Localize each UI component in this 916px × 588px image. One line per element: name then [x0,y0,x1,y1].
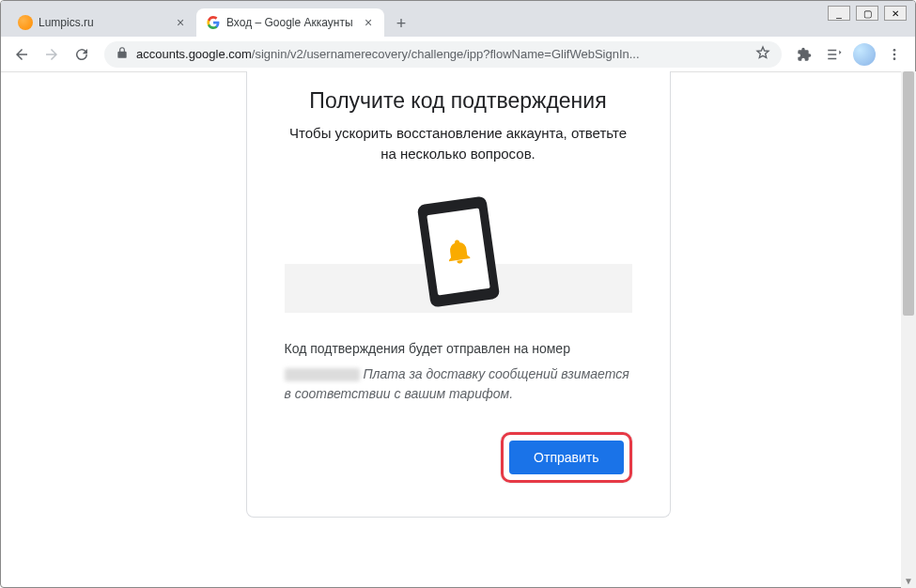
close-icon[interactable]: × [362,16,375,29]
window-maximize-button[interactable]: ▢ [856,6,878,21]
svg-point-1 [893,53,896,55]
page-content: ▲ ▼ Получите код подтверждения Чтобы уск… [0,71,916,588]
tab-title: Lumpics.ru [39,16,168,29]
card-title: Получите код подтверждения [285,88,632,114]
recovery-card: Получите код подтверждения Чтобы ускорит… [246,71,671,518]
back-button[interactable] [8,41,35,68]
scroll-down-arrow[interactable]: ▼ [901,573,916,588]
address-bar[interactable]: accounts.google.com/signin/v2/usernamere… [104,41,782,68]
tab-title: Вход – Google Аккаунты [226,16,356,29]
browser-toolbar: accounts.google.com/signin/v2/usernamere… [1,37,915,72]
lock-icon [116,46,129,63]
reading-list-icon[interactable] [821,41,847,68]
forward-button[interactable] [39,41,65,68]
orange-icon [18,15,33,30]
google-icon [206,15,221,30]
extensions-icon[interactable] [791,41,817,68]
verification-description: Код подтверждения будет отправлен на ном… [285,339,632,359]
scrollbar-thumb[interactable] [903,71,914,316]
scrollbar[interactable]: ▲ ▼ [901,71,916,588]
profile-avatar[interactable] [851,41,877,68]
send-button[interactable]: Отправить [509,441,623,474]
redacted-phone [285,368,360,381]
bell-icon [442,236,474,268]
tab-strip: Lumpics.ru × Вход – Google Аккаунты × + [1,1,915,37]
new-tab-button[interactable]: + [388,10,414,37]
svg-point-2 [893,57,896,60]
fee-note: Плата за доставку сообщений взимается в … [285,364,632,404]
url-text: accounts.google.com/signin/v2/usernamere… [136,47,748,61]
card-subtitle: Чтобы ускорить восстановление аккаунта, … [285,123,632,164]
highlight-annotation: Отправить [501,432,631,483]
close-icon[interactable]: × [174,16,187,29]
tab-lumpics[interactable]: Lumpics.ru × [8,8,196,37]
reload-button[interactable] [69,41,95,68]
window-close-button[interactable]: ✕ [884,6,907,21]
tab-google-signin[interactable]: Вход – Google Аккаунты × [196,8,384,37]
star-icon[interactable] [755,45,770,64]
phone-illustration [285,191,632,313]
menu-icon[interactable] [881,41,908,68]
window-minimize-button[interactable]: _ [828,6,850,21]
svg-point-0 [893,49,896,52]
